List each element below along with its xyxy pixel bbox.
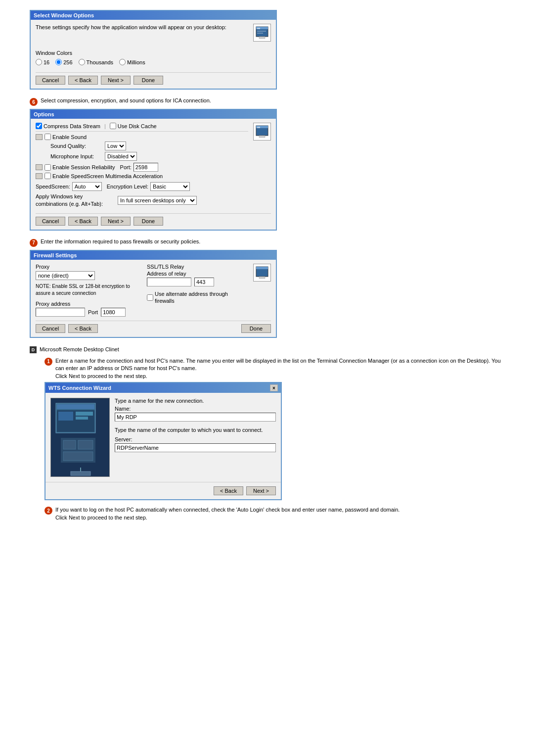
window-colors-label: Window Colors	[36, 50, 248, 56]
radio-millions[interactable]	[119, 59, 126, 65]
svg-rect-12	[259, 277, 265, 279]
compress-checkbox[interactable]	[36, 123, 42, 129]
speedscreen-label: Enable SpeedScreen Multimedia Accelerati…	[52, 173, 163, 179]
step-7-text: Enter the information required to pass f…	[41, 238, 200, 244]
bullet-d-text: Microsoft Remote Desktop Clinet	[40, 346, 119, 352]
proxy-port-label: Port	[88, 309, 98, 315]
svg-rect-9	[259, 136, 265, 138]
done-button-2[interactable]: Done	[134, 217, 163, 226]
enable-sound-label: Enable Sound	[52, 134, 87, 140]
microphone-input-select[interactable]: Disabled	[105, 152, 137, 161]
svg-rect-23	[63, 452, 93, 461]
use-alternate-checkbox[interactable]	[147, 294, 153, 301]
svg-rect-8	[257, 127, 260, 128]
svg-rect-4	[257, 33, 263, 34]
relay-port-input[interactable]	[194, 278, 214, 286]
svg-rect-19	[76, 417, 88, 420]
bullet-d-icon: D	[30, 346, 37, 353]
done-button-3[interactable]: Done	[241, 324, 271, 333]
back-button-1[interactable]: < Back	[68, 76, 98, 85]
next-button-1[interactable]: Next >	[101, 76, 131, 85]
use-alternate-label: Use alternate address through firewalls	[155, 290, 248, 305]
cancel-button-1[interactable]: Cancel	[36, 76, 65, 85]
firewall-settings-dialog: Firewall Settings Proxy none (direct) NO…	[30, 250, 277, 338]
encryption-level-select[interactable]: Basic	[150, 182, 190, 191]
proxy-note: NOTE: Enable SSL or 128-bit encryption t…	[36, 283, 137, 297]
options-dialog: Options Compress Data Stream | Use Disk …	[30, 109, 277, 231]
back-button-3[interactable]: < Back	[68, 324, 98, 333]
wts-wizard-image	[50, 398, 110, 477]
step-rdp-1-text: Enter a name for the connection and host…	[55, 357, 504, 380]
radio-millions-label[interactable]: Millions	[119, 59, 145, 65]
step-7-circle: 7	[30, 239, 38, 247]
sound-quality-label: Sound Quality:	[50, 143, 105, 149]
relay-address-input[interactable]	[147, 278, 191, 286]
wts-type-name-text: Type a name for the new connection.	[115, 398, 276, 404]
svg-rect-2	[257, 28, 260, 29]
firewall-icon	[253, 264, 271, 282]
svg-rect-5	[259, 37, 265, 39]
window-options-icon	[253, 24, 271, 42]
sound-quality-select[interactable]: Low	[105, 142, 126, 150]
cancel-button-2[interactable]: Cancel	[36, 217, 65, 226]
wts-server-input[interactable]	[115, 443, 276, 452]
svg-rect-18	[76, 412, 93, 416]
done-button-1[interactable]: Done	[134, 76, 163, 85]
firewall-settings-title: Firewall Settings	[31, 251, 276, 260]
svg-rect-21	[63, 440, 76, 449]
select-window-options-dialog: Select Window Options These settings spe…	[30, 10, 277, 90]
proxy-port-input[interactable]	[101, 308, 126, 317]
wts-type-server-text: Type the name of the computer to which y…	[115, 426, 276, 434]
options-title: Options	[31, 110, 276, 119]
session-reliability-checkbox[interactable]	[44, 164, 51, 171]
step-rdp-2-circle: 2	[44, 507, 52, 515]
use-disk-cache-label: Use Disk Cache	[118, 123, 157, 129]
proxy-address-label: Proxy address	[36, 301, 137, 307]
speedscreen-checkbox[interactable]	[44, 173, 51, 179]
wts-close-button[interactable]: ×	[270, 384, 278, 391]
wts-name-label: Name:	[115, 406, 276, 412]
radio-256[interactable]	[55, 59, 62, 65]
window-options-description: These settings specify how the applicati…	[36, 24, 248, 31]
svg-rect-15	[57, 404, 94, 409]
wts-title-label: WTS Connection Wizard	[48, 385, 111, 391]
enable-sound-checkbox[interactable]	[44, 134, 51, 140]
radio-16-label[interactable]: 16	[36, 59, 49, 65]
svg-rect-17	[58, 412, 73, 421]
port-input[interactable]	[134, 163, 158, 172]
compress-label: Compress Data Stream	[44, 123, 100, 129]
apply-windows-key-select[interactable]: In full screen desktops only	[118, 196, 197, 205]
options-icon	[253, 123, 271, 141]
next-button-2[interactable]: Next >	[101, 217, 131, 226]
back-button-2[interactable]: < Back	[68, 217, 98, 226]
radio-16[interactable]	[36, 59, 42, 65]
use-disk-cache-checkbox[interactable]	[110, 123, 116, 129]
proxy-label: Proxy	[36, 264, 137, 270]
proxy-select[interactable]: none (direct)	[36, 271, 95, 280]
port-label: Port:	[120, 164, 132, 170]
address-of-relay-label: Address of relay	[147, 271, 248, 277]
svg-rect-22	[78, 440, 93, 449]
encryption-level-label: Encryption Level:	[107, 184, 148, 189]
session-reliability-label: Enable Session Reliability	[52, 164, 115, 170]
wts-server-label: Server:	[115, 436, 276, 442]
step-6-circle: 6	[30, 98, 38, 106]
svg-rect-11	[256, 267, 268, 269]
proxy-address-input[interactable]	[36, 308, 85, 317]
apply-windows-key-label: Apply Windows key combinations (e.g. Alt…	[36, 193, 115, 207]
wts-back-button[interactable]: < Back	[214, 486, 243, 495]
speedscreen-select[interactable]: Auto	[72, 182, 102, 191]
speedscreen-dropdown-label: SpeedScreen:	[36, 184, 70, 189]
radio-thousands[interactable]	[79, 59, 85, 65]
wts-name-input[interactable]	[115, 413, 276, 422]
cancel-button-3[interactable]: Cancel	[36, 324, 65, 333]
step-rdp-2-text: If you want to log on the host PC automa…	[55, 506, 400, 521]
svg-rect-25	[71, 472, 90, 475]
wts-next-button[interactable]: Next >	[246, 486, 276, 495]
radio-256-label[interactable]: 256	[55, 59, 72, 65]
ssl-tls-relay-label: SSL/TLS Relay	[147, 264, 248, 270]
radio-thousands-label[interactable]: Thousands	[79, 59, 113, 65]
svg-rect-3	[257, 31, 266, 32]
microphone-input-label: Microphone Input:	[50, 153, 105, 159]
step-6-text: Select compression, encryption, and soun…	[41, 97, 211, 103]
